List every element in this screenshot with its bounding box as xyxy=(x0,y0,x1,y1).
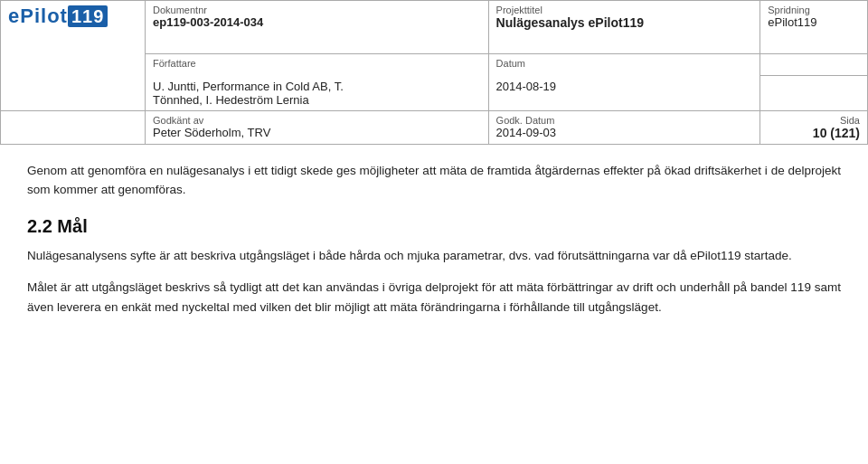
sida-value: 10 (121) xyxy=(768,126,860,140)
main-content: Genom att genomföra en nulägesanalys i e… xyxy=(0,145,868,348)
sida-cell: Sida 10 (121) xyxy=(760,110,868,144)
godkant-cell: Godkänt av Peter Söderholm, TRV xyxy=(146,110,489,144)
spridning-cell: Spridning ePilot119 xyxy=(760,1,868,33)
empty-cell-1 xyxy=(760,33,868,54)
datum-label: Datum xyxy=(496,58,525,69)
godkant-label: Godkänt av xyxy=(153,115,481,126)
header-table: ePilot119 Dokumentnr ep119-003-2014-034 … xyxy=(0,0,868,145)
intro-paragraph: Genom att genomföra en nulägesanalys i e… xyxy=(27,161,841,200)
author-name-cell: U. Juntti, Performance in Cold AB, T. Tö… xyxy=(146,76,489,111)
proj-title-cell: Projekttitel Nulägesanalys ePilot119 xyxy=(488,1,760,54)
author-line2: Tönnhed, I. Hedeström Lernia xyxy=(153,93,481,107)
proj-title-value: Nulägesanalys ePilot119 xyxy=(496,15,753,30)
spridning-label-cell-2 xyxy=(760,54,868,76)
section-paragraph-1: Nulägesanalysens syfte är att beskriva u… xyxy=(27,246,841,266)
section-paragraph-2: Målet är att utgångsläget beskrivs så ty… xyxy=(27,278,841,317)
datum-value-cell: 2014-08-19 xyxy=(488,76,760,111)
godkant-value: Peter Söderholm, TRV xyxy=(153,126,481,139)
author-line1: U. Juntti, Performance in Cold AB, T. xyxy=(153,80,481,93)
logo-cell: ePilot119 xyxy=(1,1,146,111)
author-label: Författare xyxy=(153,58,196,69)
page: ePilot119 Dokumentnr ep119-003-2014-034 … xyxy=(0,0,868,464)
datum-label-cell: Datum xyxy=(488,54,760,76)
godk-datum-value: 2014-09-03 xyxy=(496,126,753,139)
spridning-label: Spridning xyxy=(768,5,860,15)
section-heading: 2.2 Mål xyxy=(27,216,841,237)
datum-value: 2014-08-19 xyxy=(496,80,557,93)
datum-cell xyxy=(146,33,489,54)
author-label-cell: Författare xyxy=(146,54,489,76)
spridning-value: ePilot119 xyxy=(768,15,860,29)
doc-nr-cell: Dokumentnr ep119-003-2014-034 xyxy=(146,1,489,33)
empty-cell-2 xyxy=(760,76,868,111)
sida-label: Sida xyxy=(768,115,860,126)
proj-title-label: Projekttitel xyxy=(496,5,753,15)
logo-bottom-spacer xyxy=(1,110,146,144)
doc-nr-label: Dokumentnr xyxy=(153,5,481,15)
logo-text: ePilot119 xyxy=(8,5,108,27)
doc-nr-value: ep119-003-2014-034 xyxy=(153,15,481,29)
godk-datum-cell: Godk. Datum 2014-09-03 xyxy=(488,110,760,144)
godk-datum-label: Godk. Datum xyxy=(496,115,753,126)
logo: ePilot119 xyxy=(8,5,137,28)
